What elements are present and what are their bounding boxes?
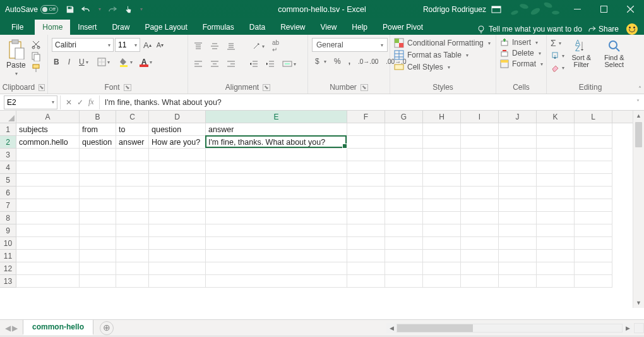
worksheet-grid[interactable]: ABCDEFGHIJKL 12345678910111213 subjectsf… xyxy=(0,111,644,319)
cell[interactable] xyxy=(461,136,499,149)
collapse-ribbon-icon[interactable]: ˄ xyxy=(638,85,641,92)
column-header[interactable]: J xyxy=(499,111,537,123)
cell[interactable] xyxy=(423,237,461,250)
wrap-text-icon[interactable]: ab↵ xyxy=(270,38,281,54)
sheet-next-icon[interactable]: ▶ xyxy=(12,324,18,333)
cell[interactable]: answer xyxy=(116,136,149,149)
align-bottom-icon[interactable] xyxy=(225,40,237,52)
cell[interactable] xyxy=(575,224,612,237)
cell[interactable] xyxy=(423,187,461,199)
cell[interactable] xyxy=(575,237,612,250)
tab-data[interactable]: Data xyxy=(242,20,273,35)
font-dialog[interactable]: ⬊ xyxy=(124,84,131,91)
row-header[interactable]: 9 xyxy=(0,224,16,237)
undo-dropdown[interactable]: ▾ xyxy=(98,6,101,12)
cell[interactable]: common.hello xyxy=(16,136,80,149)
cell[interactable] xyxy=(206,212,347,224)
cell[interactable] xyxy=(149,212,206,224)
sheet-prev-icon[interactable]: ◀ xyxy=(5,324,11,333)
row-header[interactable]: 1 xyxy=(0,123,16,136)
font-size-combo[interactable]: 11▾ xyxy=(115,38,140,52)
column-headers[interactable]: ABCDEFGHIJKL xyxy=(16,111,633,123)
cell[interactable] xyxy=(206,199,347,212)
cell[interactable] xyxy=(116,212,149,224)
cell[interactable] xyxy=(80,212,116,224)
insert-function-icon[interactable]: fx xyxy=(88,97,94,107)
increase-font-icon[interactable]: A▴ xyxy=(141,39,153,51)
cell[interactable] xyxy=(116,174,149,187)
sort-filter-button[interactable]: AZ Sort & Filter xyxy=(567,38,596,70)
cell[interactable]: to xyxy=(116,123,149,136)
cell[interactable] xyxy=(116,262,149,275)
cell[interactable] xyxy=(16,212,80,224)
cell[interactable] xyxy=(385,199,423,212)
cell[interactable] xyxy=(499,262,537,275)
number-dialog[interactable]: ⬊ xyxy=(361,84,368,91)
cell[interactable] xyxy=(499,275,537,288)
cell[interactable] xyxy=(116,161,149,174)
tell-me-search[interactable]: Tell me what you want to do xyxy=(477,25,582,34)
cell[interactable] xyxy=(149,250,206,262)
cell[interactable] xyxy=(347,250,385,262)
cell[interactable] xyxy=(423,161,461,174)
cancel-edit-icon[interactable]: ✕ xyxy=(66,98,72,107)
cell[interactable] xyxy=(80,275,116,288)
cell[interactable] xyxy=(461,123,499,136)
cell[interactable] xyxy=(537,187,575,199)
cell[interactable] xyxy=(575,136,612,149)
save-icon[interactable] xyxy=(66,5,75,14)
cell[interactable] xyxy=(575,174,612,187)
scroll-down-icon[interactable]: ▼ xyxy=(633,298,644,308)
scroll-up-icon[interactable]: ▲ xyxy=(633,111,644,121)
cell[interactable] xyxy=(16,237,80,250)
merge-center-icon[interactable]: ▾ xyxy=(280,58,298,70)
cell[interactable] xyxy=(80,149,116,161)
cell[interactable] xyxy=(347,174,385,187)
cell[interactable] xyxy=(423,250,461,262)
cell[interactable] xyxy=(461,212,499,224)
cell[interactable] xyxy=(16,250,80,262)
tab-insert[interactable]: Insert xyxy=(70,20,104,35)
percent-format-icon[interactable]: % xyxy=(332,56,343,67)
align-middle-icon[interactable] xyxy=(208,40,221,52)
cut-icon[interactable] xyxy=(31,39,41,49)
cell[interactable] xyxy=(537,161,575,174)
cell[interactable] xyxy=(347,187,385,199)
cell[interactable] xyxy=(116,149,149,161)
cell[interactable] xyxy=(537,123,575,136)
cell[interactable] xyxy=(385,174,423,187)
column-header[interactable]: C xyxy=(116,111,149,123)
column-header[interactable]: E xyxy=(206,111,347,123)
cell[interactable] xyxy=(499,161,537,174)
cell[interactable] xyxy=(537,199,575,212)
borders-button[interactable]: ▾ xyxy=(95,56,112,68)
cell[interactable] xyxy=(423,136,461,149)
bold-button[interactable]: B xyxy=(52,56,61,68)
tab-file[interactable]: File xyxy=(0,20,35,35)
cell[interactable] xyxy=(385,212,423,224)
decrease-font-icon[interactable]: A▾ xyxy=(155,40,165,50)
cell[interactable] xyxy=(347,136,385,149)
cell[interactable] xyxy=(347,237,385,250)
row-header[interactable]: 5 xyxy=(0,174,16,187)
cell[interactable]: I'm fine, thanks. What about you? xyxy=(206,136,347,149)
cell[interactable] xyxy=(461,250,499,262)
vertical-scrollbar[interactable]: ▲ ▼ xyxy=(633,111,644,308)
column-header[interactable]: A xyxy=(16,111,80,123)
user-name[interactable]: Rodrigo Rodriguez xyxy=(423,5,486,14)
cell[interactable] xyxy=(575,262,612,275)
tab-home[interactable]: Home xyxy=(35,20,70,35)
sheet-nav[interactable]: ◀▶ xyxy=(0,324,23,333)
cell[interactable] xyxy=(385,187,423,199)
cell[interactable] xyxy=(116,199,149,212)
cell[interactable] xyxy=(575,212,612,224)
cell[interactable] xyxy=(149,174,206,187)
cell[interactable] xyxy=(537,224,575,237)
cell[interactable] xyxy=(537,250,575,262)
copy-icon[interactable] xyxy=(31,51,41,61)
cell[interactable] xyxy=(537,237,575,250)
cell[interactable] xyxy=(347,224,385,237)
cell[interactable] xyxy=(499,174,537,187)
cell[interactable] xyxy=(347,275,385,288)
confirm-edit-icon[interactable]: ✓ xyxy=(77,98,83,107)
